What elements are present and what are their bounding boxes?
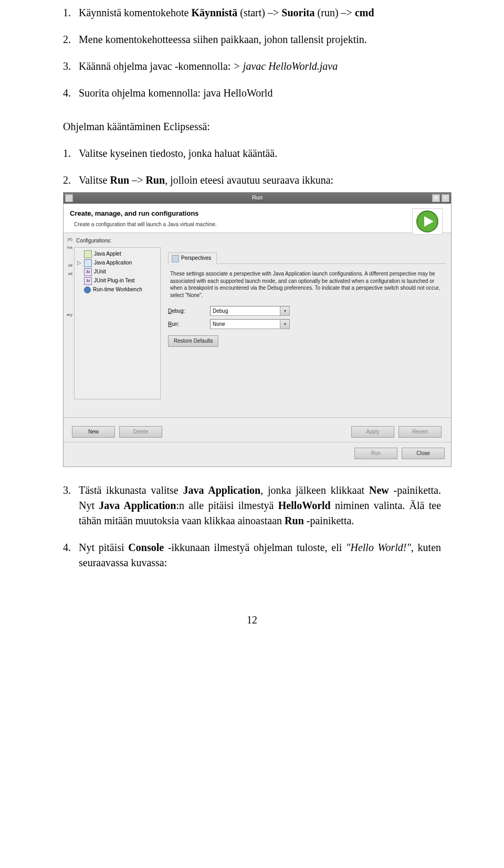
apply-button[interactable]: Apply bbox=[351, 426, 394, 438]
close-button[interactable]: Close bbox=[402, 448, 445, 459]
delete-button[interactable]: Delete bbox=[119, 426, 162, 438]
configurations-label: Configurations: bbox=[73, 233, 161, 247]
dialog-headline: Create, manage, and run configurations bbox=[64, 204, 451, 220]
eclipse-step-4: 4.Nyt pitäisi Console -ikkunaan ilmestyä… bbox=[63, 540, 441, 570]
runtime-workbench-icon bbox=[84, 287, 91, 293]
cmd-step-1: 1.Käynnistä komentokehote Käynnistä (sta… bbox=[63, 5, 441, 20]
run-dialog-figure: · Run ▾ × Create, manage, and run config… bbox=[63, 192, 441, 467]
cmd-step-2: 2.Mene komentokehotteessa siihen paikkaa… bbox=[63, 32, 441, 47]
middle-button-row: New Delete Apply Revert bbox=[64, 422, 451, 442]
chevron-down-icon: ▾ bbox=[280, 306, 289, 315]
junit-plugin-icon: Ju bbox=[84, 277, 92, 285]
debug-combo[interactable]: Debug ▾ bbox=[210, 306, 290, 316]
close-icon[interactable]: × bbox=[442, 194, 449, 202]
restore-defaults-button[interactable]: Restore Defaults bbox=[168, 335, 218, 347]
eclipse-step-2: 2.Valitse Run –> Run, jolloin eteesi ava… bbox=[63, 173, 441, 188]
run-row: Run: None ▾ bbox=[168, 319, 446, 329]
chevron-down-icon: ▾ bbox=[280, 320, 289, 329]
tab-row: Perspectives bbox=[168, 252, 446, 264]
perspectives-description: These settings associate a perspective w… bbox=[168, 264, 446, 303]
eclipse-step-3: 3.Tästä ikkunasta valitse Java Applicati… bbox=[63, 483, 441, 528]
dialog-title-bar: · Run ▾ × bbox=[64, 193, 451, 204]
debug-row: Debug: Debug ▾ bbox=[168, 306, 446, 316]
window-menu-icon[interactable]: · bbox=[65, 194, 73, 202]
configurations-list[interactable]: Java Applet ▷ Java Application Ju JUnit bbox=[74, 247, 161, 399]
eclipse-steps-list-a: 1.Valitse kyseinen tiedosto, jonka halua… bbox=[63, 146, 441, 188]
config-item-java-applet[interactable]: Java Applet bbox=[75, 250, 160, 259]
dialog-title: Run bbox=[252, 194, 262, 202]
tab-perspectives[interactable]: Perspectives bbox=[168, 252, 217, 264]
maximize-icon[interactable]: ▾ bbox=[432, 194, 440, 202]
config-item-java-application[interactable]: ▷ Java Application bbox=[75, 259, 160, 268]
cmd-steps-list: 1.Käynnistä komentokehote Käynnistä (sta… bbox=[63, 5, 441, 101]
cmd-step-4: 4.Suorita ohjelma komennolla: java Hello… bbox=[63, 86, 441, 101]
run-hero-icon bbox=[412, 208, 443, 235]
config-item-junit[interactable]: Ju JUnit bbox=[75, 268, 160, 277]
section-label-eclipse: Ohjelman kääntäminen Eclipsessä: bbox=[63, 119, 441, 134]
revert-button[interactable]: Revert bbox=[398, 426, 442, 438]
config-item-junit-plugin[interactable]: Ju JUnit Plug-in Test bbox=[75, 277, 160, 285]
bottom-button-row: Run Close bbox=[64, 442, 451, 467]
java-application-icon bbox=[84, 259, 92, 267]
dialog-subhead: Create a configuration that will launch … bbox=[64, 220, 451, 234]
run-button[interactable]: Run bbox=[354, 448, 397, 459]
new-button[interactable]: New bbox=[72, 426, 115, 438]
config-item-runtime-workbench[interactable]: Run-time Workbench bbox=[75, 285, 160, 294]
cmd-step-3: 3.Käännä ohjelma javac -komennolla: > ja… bbox=[63, 59, 441, 74]
page-number: 12 bbox=[63, 612, 441, 628]
java-applet-icon bbox=[84, 250, 92, 258]
perspectives-tab-icon bbox=[172, 255, 179, 262]
run-dialog: · Run ▾ × Create, manage, and run config… bbox=[63, 192, 452, 467]
separator bbox=[64, 417, 451, 418]
junit-icon: Ju bbox=[84, 268, 92, 276]
left-gutter: je) iva all all ary bbox=[64, 233, 73, 408]
eclipse-step-1: 1.Valitse kyseinen tiedosto, jonka halua… bbox=[63, 146, 441, 161]
eclipse-steps-list-b: 3.Tästä ikkunasta valitse Java Applicati… bbox=[63, 483, 441, 570]
right-panel: Perspectives These settings associate a … bbox=[161, 233, 451, 408]
run-combo[interactable]: None ▾ bbox=[210, 319, 290, 329]
